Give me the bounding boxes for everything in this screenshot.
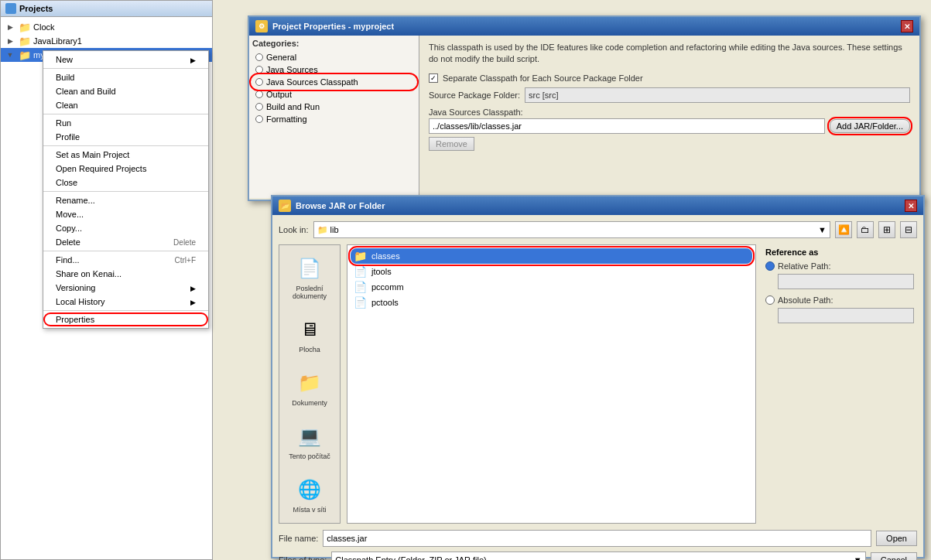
cat-label-java-classpath: Java Sources Classpath (266, 77, 358, 87)
source-package-row: Source Package Folder: (429, 87, 910, 103)
files-of-type-value: Classpath Entry (Folder, ZIP or JAR file… (335, 555, 486, 560)
add-jar-button[interactable]: Add JAR/Folder... (830, 119, 910, 133)
absolute-path-label: Absolute Path: (778, 295, 833, 305)
menu-item-share-kenai[interactable]: Share on Kenai... (43, 267, 208, 281)
classes-folder-icon: 📁 (354, 250, 367, 262)
tree-item-clock[interactable]: ▶ 📁 Clock (1, 20, 212, 34)
menu-item-build[interactable]: Build (43, 70, 208, 84)
sidebar-desktop[interactable]: 🖥 Plocha (293, 312, 327, 357)
lookin-combo[interactable]: 📁 lib ▼ (313, 221, 830, 238)
menu-item-find[interactable]: Find... Ctrl+F (43, 253, 208, 267)
cat-radio-general (255, 53, 263, 61)
toolbar-btn-up[interactable]: 🔼 (835, 221, 852, 238)
file-label-pccomm: pccomm (371, 282, 404, 292)
relative-path-input[interactable] (778, 274, 914, 289)
tree-folder-myproject: 📁 (19, 49, 31, 61)
menu-item-set-main[interactable]: Set as Main Project (43, 148, 208, 162)
menu-item-open-required[interactable]: Open Required Projects (43, 162, 208, 176)
projects-title-label: Projects (19, 4, 53, 13)
toolbar-btn-list-view[interactable]: ⊞ (878, 221, 895, 238)
browse-jar-dialog: 📂 Browse JAR or Folder ✕ Look in: 📁 lib … (271, 195, 925, 558)
properties-body: Categories: General Java Sources Java So… (249, 36, 919, 198)
toolbar-btn-detail-view[interactable]: ⊟ (900, 221, 917, 238)
absolute-path-row: Absolute Path: (765, 295, 914, 305)
absolute-path-input[interactable] (778, 308, 914, 323)
browse-close-button[interactable]: ✕ (905, 200, 917, 212)
menu-item-versioning[interactable]: Versioning (43, 281, 208, 295)
separate-classpath-label: Separate Classpath for Each Source Packa… (443, 73, 643, 83)
file-item-classes[interactable]: 📁 classes (351, 248, 752, 264)
file-item-pctools[interactable]: 📄 pctools (351, 295, 752, 310)
file-item-pccomm[interactable]: 📄 pccomm (351, 279, 752, 295)
menu-item-build-label: Build (56, 73, 74, 82)
separate-classpath-checkbox[interactable]: ✓ (429, 73, 438, 83)
cat-radio-output (255, 90, 263, 98)
documents-label: Dokumenty (292, 399, 327, 407)
menu-item-new[interactable]: New (43, 53, 208, 67)
menu-item-properties[interactable]: Properties (43, 312, 208, 326)
menu-item-move-label: Move... (56, 210, 84, 219)
pctools-file-icon: 📄 (354, 296, 367, 309)
menu-item-delete[interactable]: Delete Delete (43, 235, 208, 249)
browse-file-type-row: Files of type: Classpath Entry (Folder, … (279, 551, 917, 560)
properties-titlebar: ⚙ Project Properties - myproject ✕ (249, 17, 919, 36)
menu-item-delete-label: Delete (56, 237, 80, 247)
cancel-button[interactable]: Cancel (871, 552, 917, 560)
sidebar-recent-docs[interactable]: 📄 Poslední dokumenty (282, 251, 337, 303)
file-label-pctools: pctools (371, 298, 399, 307)
file-name-input[interactable] (323, 530, 871, 547)
recent-docs-label: Poslední dokumenty (286, 285, 334, 300)
cat-label-build-run: Build and Run (266, 102, 320, 111)
browse-body: Look in: 📁 lib ▼ 🔼 🗀 ⊞ ⊟ 📄 Poslední doku… (272, 215, 923, 555)
menu-item-close[interactable]: Close (43, 176, 208, 190)
menu-item-local-history[interactable]: Local History (43, 295, 208, 309)
menu-sep-2 (43, 114, 208, 114)
network-icon: 🌐 (296, 476, 323, 504)
browse-title-text: Browse JAR or Folder (296, 201, 385, 210)
sidebar-documents[interactable]: 📁 Dokumenty (289, 366, 330, 410)
cat-item-java-sources-classpath[interactable]: Java Sources Classpath (252, 76, 416, 88)
menu-item-move[interactable]: Move... (43, 207, 208, 221)
menu-item-rename[interactable]: Rename... (43, 193, 208, 207)
menu-arrow-local-history (190, 297, 196, 306)
cat-item-general[interactable]: General (252, 51, 416, 63)
remove-button[interactable]: Remove (429, 137, 474, 151)
properties-close-button[interactable]: ✕ (901, 20, 913, 32)
menu-item-new-label: New (56, 55, 73, 64)
tree-item-javalibrary1[interactable]: ▶ 📁 JavaLibrary1 (1, 34, 212, 48)
relative-path-row: Relative Path: (765, 261, 914, 271)
toolbar-btn-new-folder[interactable]: 🗀 (857, 221, 874, 238)
menu-item-copy[interactable]: Copy... (43, 221, 208, 235)
lookin-label: Look in: (279, 225, 309, 234)
menu-item-rename-label: Rename... (56, 196, 95, 205)
browse-toolbar: Look in: 📁 lib ▼ 🔼 🗀 ⊞ ⊟ (279, 221, 917, 238)
source-package-label: Source Package Folder: (429, 90, 520, 100)
menu-item-clean-build[interactable]: Clean and Build (43, 84, 208, 98)
tree-expand-myproject: ▼ (4, 49, 16, 61)
file-label-classes: classes (371, 251, 400, 261)
sidebar-computer[interactable]: 💻 Tento počítač (286, 419, 334, 463)
menu-item-clean[interactable]: Clean (43, 98, 208, 112)
menu-item-open-required-label: Open Required Projects (56, 164, 146, 173)
menu-item-close-label: Close (56, 178, 77, 187)
open-button[interactable]: Open (876, 531, 917, 546)
cat-item-formatting[interactable]: Formatting (252, 113, 416, 125)
relative-path-radio[interactable] (765, 261, 775, 271)
classpath-input[interactable] (429, 118, 825, 134)
menu-item-run[interactable]: Run (43, 116, 208, 130)
cat-item-output[interactable]: Output (252, 88, 416, 101)
tree-folder-javalibrary1: 📁 (19, 35, 31, 47)
file-item-jtools[interactable]: 📄 jtools (351, 264, 752, 279)
source-package-input[interactable] (525, 87, 910, 103)
files-of-type-combo[interactable]: Classpath Entry (Folder, ZIP or JAR file… (331, 551, 865, 560)
tree-expand-clock: ▶ (4, 21, 16, 33)
cat-label-formatting: Formatting (266, 114, 307, 124)
sidebar-network[interactable]: 🌐 Místa v síti (289, 473, 329, 517)
files-of-type-label: Files of type: (279, 555, 327, 560)
absolute-path-radio[interactable] (765, 295, 775, 305)
cat-item-build-run[interactable]: Build and Run (252, 101, 416, 113)
menu-item-profile[interactable]: Profile (43, 130, 208, 144)
properties-title-text: Project Properties - myproject (272, 22, 394, 31)
menu-shortcut-find: Ctrl+F (175, 256, 197, 265)
cat-item-java-sources[interactable]: Java Sources (252, 63, 416, 76)
